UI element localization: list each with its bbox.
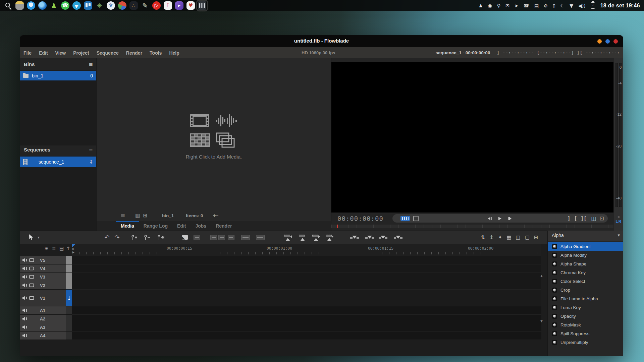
filter-item[interactable]: Luma Key [548,303,623,312]
tray-icon-do-not-disturb[interactable]: ⊘ [544,3,548,8]
overwrite-range-icon[interactable] [350,231,359,244]
prev-frame-button[interactable] [486,214,493,223]
track-head[interactable]: V3 [20,273,72,281]
filter-item[interactable]: Alpha Shape [548,259,623,268]
list-view-icon[interactable]: ▥ [135,213,140,219]
dock-icon-search[interactable] [4,1,12,10]
track-height-gutter[interactable] [66,290,72,306]
next-keyframe-icon[interactable] [157,231,165,244]
timeline-track-lane[interactable] [72,281,541,290]
menu-item[interactable]: View [52,50,70,56]
tray-icon-keyring[interactable]: ⚲ [497,3,500,8]
menu-item[interactable]: Project [69,50,93,56]
timeline-track-lane[interactable] [72,264,541,273]
add-keyframe-icon[interactable] [130,231,139,244]
filter-item[interactable]: Crop [548,286,623,294]
mark-in-button[interactable]: [ [573,214,578,223]
track-height-gutter[interactable] [66,273,72,281]
filter-group-dropdown[interactable]: Alpha ▾ [548,231,623,241]
tray-icon-screen-record[interactable]: ◉ [488,3,492,8]
dock-icon-thunderbird[interactable] [38,1,47,10]
track-head[interactable]: A2 [20,315,72,323]
filter-item[interactable]: File Luma to Alpha [548,294,623,303]
bin-row[interactable]: bin_1 0 [20,71,96,80]
media-panel[interactable]: Right Click to Add Media. ≡ ▥ ⊞ bin_1 It… [97,58,331,231]
dock-icon-flowblade-active[interactable] [198,1,206,10]
scroll-down-icon[interactable]: ▼ [540,319,543,323]
monitor-position-bar[interactable] [331,225,613,228]
maximize-button[interactable] [605,39,610,44]
list-icon[interactable]: ▤ [59,246,64,251]
timeline-track-lane[interactable] [72,290,541,306]
track-height-gutter[interactable] [66,264,72,273]
track-height-gutter[interactable] [66,315,72,323]
track-height-gutter[interactable] [66,331,72,340]
dock-icon-solitaire[interactable]: ♥ [186,1,195,10]
filter-item[interactable]: Alpha Modify [548,251,623,259]
dock-icon-davinci-resolve[interactable]: ∴ [129,1,138,10]
mark-out-button[interactable]: ] [566,214,572,223]
timeline-track-lane[interactable] [72,331,541,340]
close-button[interactable] [613,39,618,44]
menu-item[interactable]: Edit [35,50,51,56]
play-button[interactable] [496,214,503,223]
overwrite-append-icon[interactable] [379,231,387,244]
track-height-gutter[interactable] [66,256,72,264]
tray-icon-phone-link[interactable]: ▯ [553,3,555,8]
add-remove-media-buttons[interactable]: +– [213,213,218,218]
scrollbar-handle-icon[interactable]: ≡ [62,355,66,356]
menu-item[interactable]: Render [122,50,146,56]
grid-icon[interactable]: ▦ [506,234,511,240]
add-panel-icon[interactable]: ⊞ [534,234,538,240]
tray-icon-telegram[interactable]: ➤ [515,3,519,8]
filter-item[interactable]: Spill Suppress [548,329,623,338]
timeline-mode-button[interactable] [400,214,411,223]
append-icon[interactable] [325,231,333,244]
pointer-tool-button[interactable] [28,231,35,244]
add-track-icon[interactable]: ⊞ [45,246,49,251]
dock-icon-extensions[interactable]: ✳ [95,1,104,10]
dock-icon-flipboard[interactable]: F [164,1,172,10]
dock-icon-gimp[interactable]: ✎ [141,1,149,10]
minimize-button[interactable] [597,39,602,44]
menu-item[interactable]: Tools [146,50,165,56]
tall-tracks-icon[interactable]: ⇅ [481,234,485,240]
dock-icon-deluge[interactable]: ♆ [107,1,115,10]
ripple-delete-icon[interactable] [241,231,250,244]
dock-icon-contacts[interactable]: ♟ [50,1,58,10]
panel-tab[interactable]: Media [116,222,139,231]
magic-icon[interactable]: ✦ [498,234,502,240]
panel-tab[interactable]: Render [211,222,236,231]
filter-item[interactable]: Color Select [548,277,623,286]
clip-mode-button[interactable] [413,214,419,223]
filter-item[interactable]: Opacity [548,312,623,320]
menu-item[interactable]: File [20,50,35,56]
timeline-track-lane[interactable] [72,256,541,264]
compositing-mode-icon[interactable]: ◣ [181,231,188,244]
fullscreen-icon[interactable]: ▢ [525,234,530,240]
mixer-icon[interactable]: ≣ [52,246,56,251]
range-delete-icon[interactable] [256,231,265,244]
track-head[interactable]: A3 [20,323,72,331]
dock-icon-trello[interactable] [84,1,92,10]
tray-icon-mail[interactable]: ✉ [505,3,509,8]
track-head[interactable]: V5 [20,256,72,264]
clock[interactable]: 18 de set 19:46 [600,3,640,9]
tray-icon-battery[interactable]: ⚡ [591,2,595,9]
insert-icon[interactable] [298,231,306,244]
dock-icon-whatsapp[interactable]: ☎ [61,1,69,10]
delete-keyframe-icon[interactable] [143,231,151,244]
dock-icon-archive-manager[interactable] [15,1,24,10]
overwrite-clip-icon[interactable] [365,231,374,244]
export-icon[interactable]: ↑ [66,246,70,251]
panel-tab[interactable]: Range Log [139,222,172,231]
insert-before-icon[interactable] [283,231,291,244]
dock-icon-media-play[interactable]: ▸ [175,1,183,10]
dock-icon-geogebra[interactable] [118,1,126,10]
filter-item[interactable]: Chroma Key [548,268,623,277]
undo-icon[interactable]: ↶ [103,231,111,244]
sync-tool-icon[interactable] [194,231,200,244]
track-head[interactable]: V4 [20,264,72,273]
panel-tab[interactable]: Jobs [191,222,211,231]
dock-icon-chromium[interactable] [27,1,35,10]
